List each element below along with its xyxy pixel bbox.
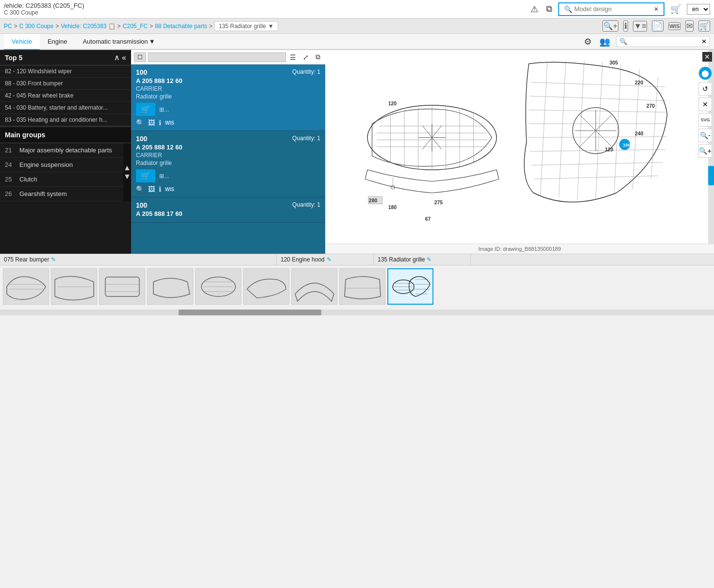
cart-bc-icon[interactable]: 🛒 bbox=[698, 20, 710, 32]
breadcrumb-c300[interactable]: C 300 Coupe bbox=[19, 23, 54, 30]
expand-icon[interactable]: ⤢ bbox=[301, 52, 311, 62]
image-id-bar: Image ID: drawing_B88135000189 bbox=[325, 244, 714, 254]
part-item[interactable]: 100 Quantity: 1 A 205 888 12 60 CARRIER … bbox=[131, 131, 325, 197]
add-to-cart-btn[interactable]: 🛒 bbox=[136, 169, 155, 182]
part-image-icon[interactable]: 🖼 bbox=[148, 185, 155, 193]
svg-tool[interactable]: SVG bbox=[698, 113, 712, 127]
svg-text:305: 305 bbox=[610, 60, 618, 65]
list-item[interactable]: 82 - 120 Windshield wiper bbox=[0, 65, 131, 78]
tab-engine[interactable]: Engine bbox=[40, 34, 75, 50]
top5-controls: ∧ « bbox=[114, 53, 126, 62]
thumbnail-item[interactable] bbox=[51, 268, 97, 305]
list-item[interactable]: 26Gearshift system bbox=[0, 187, 123, 201]
list-icon[interactable]: ☰ bbox=[288, 52, 298, 62]
breadcrumb-active[interactable]: 135 Radiator grille ▼ bbox=[215, 21, 278, 31]
thumb-placeholder bbox=[100, 269, 145, 304]
main-groups-header: Main groups bbox=[0, 126, 131, 143]
list-item[interactable]: 54 - 030 Battery, starter and alternator… bbox=[0, 102, 131, 114]
scroll-down-btn[interactable]: ▼ bbox=[123, 172, 131, 181]
part-desc-sub: Radiator grille bbox=[136, 160, 320, 166]
mid-tb-square-btn[interactable]: ☐ bbox=[134, 52, 146, 62]
right-panel: ✕ bbox=[325, 50, 714, 254]
list-item[interactable]: 24Engine suspension bbox=[0, 158, 123, 172]
list-item[interactable]: 83 - 035 Heating and air conditioner h..… bbox=[0, 114, 131, 126]
zoom-out-tool[interactable]: 🔍- bbox=[698, 129, 712, 142]
zoom-in-icon[interactable]: 🔍+ bbox=[602, 20, 618, 32]
close-tool[interactable]: ✕ bbox=[698, 98, 712, 111]
edit-135-icon[interactable]: ✎ bbox=[427, 256, 432, 263]
document-icon[interactable]: 📄 bbox=[652, 20, 664, 32]
middle-toolbar: ☐ ☰ ⤢ ⧉ bbox=[131, 50, 325, 65]
top5-collapse-btn[interactable]: ∧ bbox=[114, 53, 120, 62]
blue-circle-tool[interactable]: ⬤ bbox=[698, 66, 712, 80]
part-item[interactable]: 100 Quantity: 1 A 205 888 12 60 CARRIER … bbox=[131, 65, 325, 131]
thumbnail-item[interactable] bbox=[147, 268, 193, 305]
parts-list: 100 Quantity: 1 A 205 888 12 60 CARRIER … bbox=[131, 65, 325, 254]
filter-icon[interactable]: ▼≡ bbox=[633, 21, 647, 32]
edit-120-icon[interactable]: ✎ bbox=[327, 256, 332, 263]
part-image-icon[interactable]: 🖼 bbox=[148, 119, 155, 127]
top5-title: Top 5 bbox=[5, 54, 22, 62]
scroll-up-btn[interactable]: ▲ bbox=[123, 163, 131, 172]
diagram-close-btn[interactable]: ✕ bbox=[702, 52, 712, 62]
part-info-icon[interactable]: ℹ bbox=[159, 119, 161, 127]
thumbnail-item[interactable] bbox=[291, 268, 337, 305]
tab-search-icon[interactable]: 🔍 bbox=[616, 37, 631, 46]
top5-close-btn[interactable]: « bbox=[122, 53, 126, 62]
svg-text:240: 240 bbox=[635, 131, 644, 136]
wis-icon[interactable]: WIS bbox=[668, 22, 681, 30]
part-wis-icon[interactable]: WIS bbox=[165, 187, 174, 192]
tab-search-input[interactable] bbox=[631, 36, 698, 47]
tab-automatic-transmission[interactable]: Automatic transmission ▼ bbox=[75, 34, 163, 50]
thumbnail-item[interactable] bbox=[339, 268, 385, 305]
settings-icon[interactable]: ⚙ bbox=[582, 35, 594, 48]
svg-text:180: 180 bbox=[388, 205, 397, 210]
list-item[interactable]: 25Clutch bbox=[0, 172, 123, 187]
scrollbar-thumb bbox=[179, 310, 321, 315]
language-select[interactable]: en de bbox=[687, 4, 710, 15]
left-panel: Top 5 ∧ « 82 - 120 Windshield wiper 88 -… bbox=[0, 50, 131, 254]
breadcrumb-c205fc[interactable]: C205_FC bbox=[123, 23, 148, 30]
thumbnail-item[interactable] bbox=[99, 268, 145, 305]
thumbnail-item-active[interactable] bbox=[387, 268, 433, 305]
close-search-icon[interactable]: ✕ bbox=[652, 5, 661, 14]
info-icon[interactable]: ℹ bbox=[623, 20, 628, 32]
gear-people-icon[interactable]: 👥 bbox=[598, 35, 612, 48]
thumb-label-135-text: 135 Radiator grille bbox=[378, 256, 425, 263]
part-search-icon[interactable]: 🔍 bbox=[136, 119, 144, 127]
thumbnail-item[interactable] bbox=[3, 268, 49, 305]
cart-header-icon[interactable]: 🛒 bbox=[668, 3, 683, 16]
copy-icon[interactable]: ⧉ bbox=[544, 3, 554, 15]
search-icon[interactable]: 🔍 bbox=[562, 4, 574, 14]
add-to-cart-btn[interactable]: 🛒 bbox=[136, 103, 155, 116]
list-item[interactable]: 21Major assembly detachable parts bbox=[0, 143, 123, 158]
thumbnail-item[interactable] bbox=[243, 268, 289, 305]
tab-vehicle[interactable]: Vehicle bbox=[4, 34, 40, 50]
mid-tb-bar bbox=[148, 52, 286, 62]
part-header: 100 Quantity: 1 bbox=[136, 135, 320, 143]
list-item[interactable]: 88 - 030 Front bumper bbox=[0, 78, 131, 90]
email-icon[interactable]: ✉ bbox=[685, 20, 694, 32]
part-search-icon[interactable]: 🔍 bbox=[136, 185, 144, 193]
edit-075-icon[interactable]: ✎ bbox=[51, 256, 56, 263]
copy2-icon[interactable]: ⧉ bbox=[314, 52, 322, 62]
diagram-area: ✕ bbox=[325, 50, 714, 244]
part-item[interactable]: 100 Quantity: 1 A 205 888 17 60 bbox=[131, 197, 325, 223]
breadcrumb-detachable[interactable]: 88 Detachable parts bbox=[155, 23, 207, 30]
breadcrumb-vehicle[interactable]: Vehicle: C205383 📋 bbox=[61, 23, 115, 30]
thumb-placeholder bbox=[244, 269, 289, 304]
svg-line-28 bbox=[529, 110, 667, 113]
bottom-scrollbar[interactable] bbox=[0, 310, 714, 315]
zoom-in-tool[interactable]: 🔍+ bbox=[698, 144, 712, 158]
tab-search-clear[interactable]: ✕ bbox=[698, 37, 710, 46]
warning-icon[interactable]: ⚠ bbox=[529, 3, 540, 16]
part-info-icon[interactable]: ℹ bbox=[159, 185, 161, 193]
model-design-input[interactable] bbox=[574, 5, 652, 13]
part-wis-icon[interactable]: WIS bbox=[165, 120, 174, 126]
diagram-svg: 120 280 275 180 67 280 bbox=[325, 50, 714, 244]
refresh-tool[interactable]: ↺ bbox=[698, 82, 712, 96]
breadcrumb-pc[interactable]: PC bbox=[4, 23, 12, 30]
thumb-label-135: 135 Radiator grille ✎ bbox=[374, 254, 471, 265]
list-item[interactable]: 42 - 045 Rear wheel brake bbox=[0, 90, 131, 102]
thumbnail-item[interactable] bbox=[195, 268, 241, 305]
